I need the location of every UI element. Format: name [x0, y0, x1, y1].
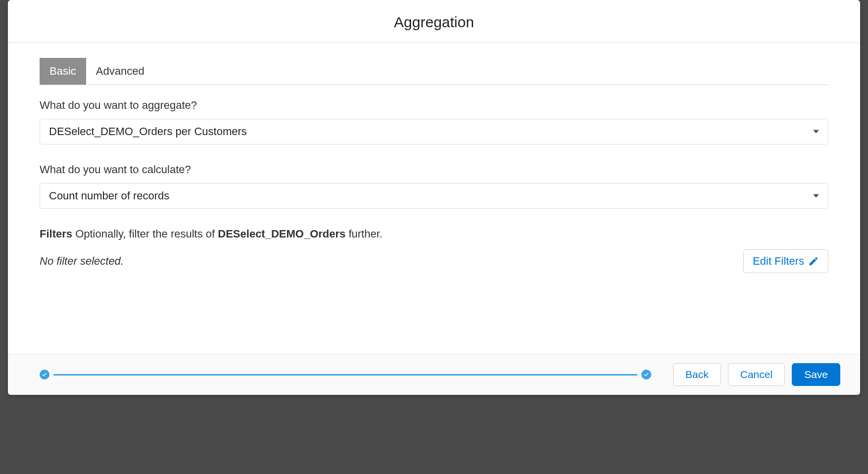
check-icon: [42, 372, 48, 378]
aggregation-modal: Aggregation Basic Advanced What do you w…: [8, 0, 860, 395]
no-filter-text: No filter selected.: [40, 255, 124, 268]
tab-basic[interactable]: Basic: [40, 58, 86, 85]
calculate-select[interactable]: Count number of records: [40, 183, 828, 209]
filters-hint-suffix: further.: [345, 228, 383, 240]
modal-overlay: Aggregation Basic Advanced What do you w…: [0, 0, 868, 474]
save-button[interactable]: Save: [792, 363, 840, 386]
filters-row: No filter selected. Edit Filters: [40, 249, 828, 273]
progress-step-2-complete: [641, 370, 651, 379]
edit-filters-button[interactable]: Edit Filters: [743, 249, 828, 273]
aggregate-label: What do you want to aggregate?: [40, 99, 828, 112]
progress-step-1-complete: [40, 370, 49, 379]
calculate-select-value: Count number of records: [49, 190, 169, 202]
aggregate-select-value: DESelect_DEMO_Orders per Customers: [49, 125, 247, 138]
cancel-button[interactable]: Cancel: [728, 363, 785, 386]
progress-indicator: [40, 370, 651, 379]
caret-down-icon: [813, 194, 819, 198]
filters-hint: Filters Optionally, filter the results o…: [40, 228, 828, 240]
filters-hint-source: DESelect_DEMO_Orders: [218, 228, 345, 240]
modal-title: Aggregation: [8, 14, 860, 31]
calculate-label: What do you want to calculate?: [40, 163, 828, 176]
filters-hint-prefix: Optionally, filter the results of: [72, 228, 218, 240]
caret-down-icon: [813, 130, 819, 134]
modal-body: Basic Advanced What do you want to aggre…: [8, 43, 860, 354]
progress-bar: [53, 374, 637, 376]
filters-section: Filters Optionally, filter the results o…: [40, 228, 828, 273]
back-button[interactable]: Back: [673, 363, 721, 386]
pencil-icon: [808, 256, 819, 267]
check-icon: [643, 372, 649, 378]
modal-header: Aggregation: [8, 0, 860, 43]
tab-bar: Basic Advanced: [40, 58, 828, 85]
modal-footer: Back Cancel Save: [8, 354, 860, 395]
aggregate-select[interactable]: DESelect_DEMO_Orders per Customers: [40, 119, 828, 144]
aggregate-group: What do you want to aggregate? DESelect_…: [40, 99, 828, 144]
filters-label: Filters: [40, 228, 72, 240]
tab-advanced[interactable]: Advanced: [86, 58, 154, 85]
calculate-group: What do you want to calculate? Count num…: [40, 163, 828, 209]
edit-filters-label: Edit Filters: [753, 255, 804, 268]
